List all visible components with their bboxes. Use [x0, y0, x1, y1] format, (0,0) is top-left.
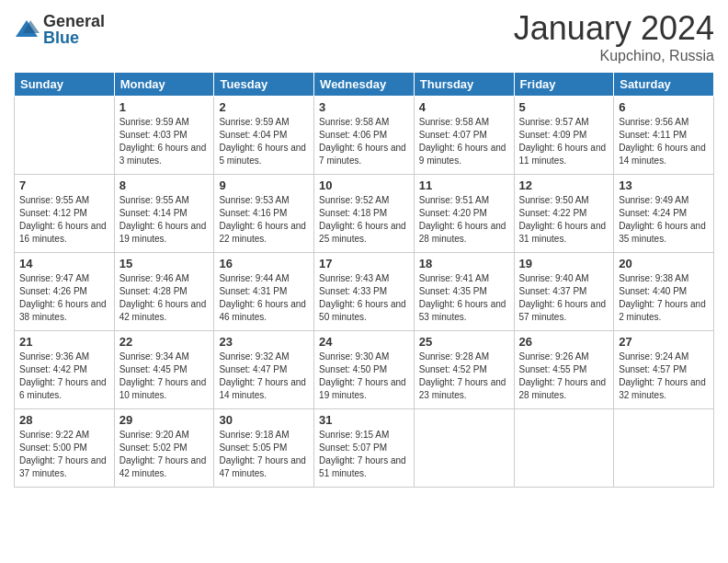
daylight-text: Daylight: 6 hours and 38 minutes. [19, 298, 109, 324]
table-row: 3 Sunrise: 9:58 AM Sunset: 4:06 PM Dayli… [314, 97, 415, 175]
day-info: Sunrise: 9:55 AM Sunset: 4:14 PM Dayligh… [119, 194, 210, 246]
sunset-text: Sunset: 4:11 PM [619, 129, 709, 142]
month-title: January 2024 [514, 9, 714, 48]
calendar-table: Sunday Monday Tuesday Wednesday Thursday… [14, 72, 714, 488]
sunrise-text: Sunrise: 9:32 AM [219, 350, 309, 363]
table-row [614, 409, 714, 488]
daylight-text: Daylight: 6 hours and 19 minutes. [119, 220, 210, 246]
table-row: 23 Sunrise: 9:32 AM Sunset: 4:47 PM Dayl… [214, 331, 314, 409]
col-wednesday: Wednesday [314, 73, 415, 97]
sunrise-text: Sunrise: 9:59 AM [119, 116, 210, 129]
day-info: Sunrise: 9:18 AM Sunset: 5:05 PM Dayligh… [219, 429, 309, 480]
location: Kupchino, Russia [514, 48, 714, 64]
table-row: 25 Sunrise: 9:28 AM Sunset: 4:52 PM Dayl… [414, 331, 514, 409]
sunset-text: Sunset: 4:14 PM [119, 207, 210, 220]
logo: General Blue [14, 13, 105, 46]
sunset-text: Sunset: 4:04 PM [219, 129, 309, 142]
daylight-text: Daylight: 7 hours and 47 minutes. [219, 454, 309, 480]
sunrise-text: Sunrise: 9:58 AM [319, 116, 409, 129]
day-info: Sunrise: 9:40 AM Sunset: 4:37 PM Dayligh… [519, 272, 609, 324]
daylight-text: Daylight: 6 hours and 42 minutes. [119, 298, 210, 324]
day-number: 23 [219, 335, 309, 349]
day-number: 18 [419, 257, 509, 270]
table-row: 6 Sunrise: 9:56 AM Sunset: 4:11 PM Dayli… [614, 97, 714, 175]
table-row: 1 Sunrise: 9:59 AM Sunset: 4:03 PM Dayli… [114, 97, 214, 175]
sunset-text: Sunset: 4:52 PM [419, 363, 509, 376]
logo-general: General [43, 13, 105, 29]
table-row: 7 Sunrise: 9:55 AM Sunset: 4:12 PM Dayli… [15, 175, 115, 253]
sunrise-text: Sunrise: 9:15 AM [319, 429, 409, 442]
sunrise-text: Sunrise: 9:52 AM [319, 194, 409, 207]
daylight-text: Daylight: 6 hours and 5 minutes. [219, 142, 309, 167]
day-number: 21 [19, 335, 109, 349]
day-info: Sunrise: 9:57 AM Sunset: 4:09 PM Dayligh… [519, 116, 609, 167]
day-number: 11 [419, 178, 509, 192]
calendar-week-row: 28 Sunrise: 9:22 AM Sunset: 5:00 PM Dayl… [15, 409, 714, 488]
day-number: 19 [519, 257, 609, 270]
table-row: 21 Sunrise: 9:36 AM Sunset: 4:42 PM Dayl… [15, 331, 115, 409]
sunrise-text: Sunrise: 9:59 AM [219, 116, 309, 129]
sunset-text: Sunset: 4:47 PM [219, 363, 309, 376]
sunset-text: Sunset: 4:16 PM [219, 207, 309, 220]
day-number: 1 [119, 100, 210, 114]
day-number: 3 [319, 100, 409, 114]
logo-text: General Blue [43, 13, 105, 46]
table-row: 13 Sunrise: 9:49 AM Sunset: 4:24 PM Dayl… [614, 175, 714, 253]
sunrise-text: Sunrise: 9:20 AM [119, 429, 210, 442]
day-number: 25 [419, 335, 509, 349]
sunrise-text: Sunrise: 9:49 AM [619, 194, 709, 207]
daylight-text: Daylight: 6 hours and 25 minutes. [319, 220, 409, 246]
sunrise-text: Sunrise: 9:55 AM [19, 194, 109, 207]
day-number: 20 [619, 257, 709, 270]
day-info: Sunrise: 9:36 AM Sunset: 4:42 PM Dayligh… [19, 350, 109, 402]
sunrise-text: Sunrise: 9:53 AM [219, 194, 309, 207]
daylight-text: Daylight: 6 hours and 28 minutes. [419, 220, 509, 246]
table-row: 14 Sunrise: 9:47 AM Sunset: 4:26 PM Dayl… [15, 253, 115, 331]
day-info: Sunrise: 9:44 AM Sunset: 4:31 PM Dayligh… [219, 272, 309, 324]
daylight-text: Daylight: 6 hours and 46 minutes. [219, 298, 309, 324]
table-row [514, 409, 614, 488]
daylight-text: Daylight: 7 hours and 28 minutes. [519, 376, 609, 402]
day-info: Sunrise: 9:56 AM Sunset: 4:11 PM Dayligh… [619, 116, 709, 167]
sunrise-text: Sunrise: 9:22 AM [19, 429, 109, 442]
table-row: 27 Sunrise: 9:24 AM Sunset: 4:57 PM Dayl… [614, 331, 714, 409]
table-row: 30 Sunrise: 9:18 AM Sunset: 5:05 PM Dayl… [214, 409, 314, 488]
day-info: Sunrise: 9:55 AM Sunset: 4:12 PM Dayligh… [19, 194, 109, 246]
day-info: Sunrise: 9:53 AM Sunset: 4:16 PM Dayligh… [219, 194, 309, 246]
day-info: Sunrise: 9:34 AM Sunset: 4:45 PM Dayligh… [119, 350, 210, 402]
day-number: 22 [119, 335, 210, 349]
logo-blue: Blue [43, 29, 105, 46]
sunrise-text: Sunrise: 9:41 AM [419, 272, 509, 285]
logo-icon [14, 17, 40, 42]
day-number: 31 [319, 413, 409, 427]
sunrise-text: Sunrise: 9:40 AM [519, 272, 609, 285]
daylight-text: Daylight: 6 hours and 53 minutes. [419, 298, 509, 324]
daylight-text: Daylight: 6 hours and 57 minutes. [519, 298, 609, 324]
table-row: 20 Sunrise: 9:38 AM Sunset: 4:40 PM Dayl… [614, 253, 714, 331]
daylight-text: Daylight: 7 hours and 6 minutes. [19, 376, 109, 402]
title-section: January 2024 Kupchino, Russia [514, 9, 714, 64]
calendar-week-row: 21 Sunrise: 9:36 AM Sunset: 4:42 PM Dayl… [15, 331, 714, 409]
sunset-text: Sunset: 5:02 PM [119, 442, 210, 454]
table-row: 12 Sunrise: 9:50 AM Sunset: 4:22 PM Dayl… [514, 175, 614, 253]
day-info: Sunrise: 9:15 AM Sunset: 5:07 PM Dayligh… [319, 429, 409, 480]
page: General Blue January 2024 Kupchino, Russ… [0, 0, 728, 501]
sunrise-text: Sunrise: 9:30 AM [319, 350, 409, 363]
sunrise-text: Sunrise: 9:50 AM [519, 194, 609, 207]
table-row: 22 Sunrise: 9:34 AM Sunset: 4:45 PM Dayl… [114, 331, 214, 409]
sunset-text: Sunset: 4:06 PM [319, 129, 409, 142]
calendar-week-row: 14 Sunrise: 9:47 AM Sunset: 4:26 PM Dayl… [15, 253, 714, 331]
sunrise-text: Sunrise: 9:38 AM [619, 272, 709, 285]
daylight-text: Daylight: 7 hours and 32 minutes. [619, 376, 709, 402]
col-tuesday: Tuesday [214, 73, 314, 97]
sunset-text: Sunset: 4:40 PM [619, 285, 709, 298]
day-info: Sunrise: 9:22 AM Sunset: 5:00 PM Dayligh… [19, 429, 109, 480]
daylight-text: Daylight: 7 hours and 42 minutes. [119, 454, 210, 480]
table-row: 31 Sunrise: 9:15 AM Sunset: 5:07 PM Dayl… [314, 409, 415, 488]
daylight-text: Daylight: 7 hours and 2 minutes. [619, 298, 709, 324]
table-row [15, 97, 115, 175]
day-info: Sunrise: 9:49 AM Sunset: 4:24 PM Dayligh… [619, 194, 709, 246]
header: General Blue January 2024 Kupchino, Russ… [14, 9, 714, 64]
col-friday: Friday [514, 73, 614, 97]
sunset-text: Sunset: 4:26 PM [19, 285, 109, 298]
